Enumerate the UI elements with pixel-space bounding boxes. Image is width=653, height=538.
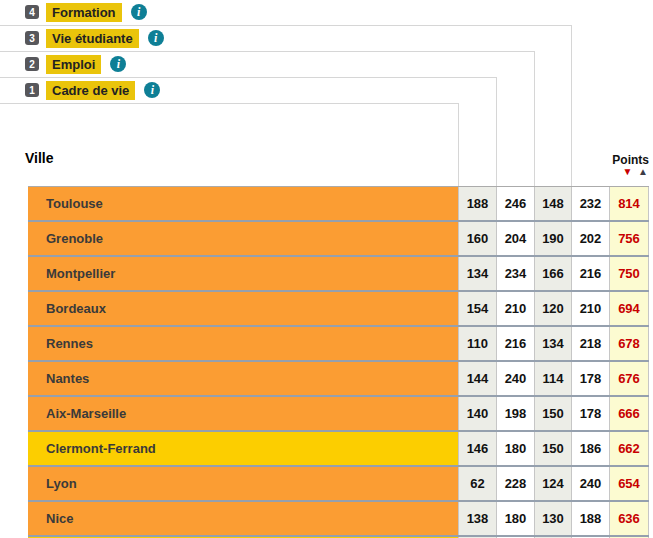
points-cell: 694 [609, 292, 649, 325]
vie-etudiante-cell: 190 [534, 222, 571, 255]
emploi-cell: 234 [496, 257, 534, 290]
category-label: Cadre de vie [46, 81, 135, 100]
sort-controls: ▼ ▲ [622, 167, 648, 177]
table-row: Nantes 144 240 114 178 676 [28, 362, 649, 397]
vie-etudiante-cell: 120 [534, 292, 571, 325]
cadre-de-vie-cell: 62 [458, 467, 496, 500]
formation-cell: 202 [571, 222, 609, 255]
city-cell: Nice [28, 502, 458, 535]
points-cell: 662 [609, 432, 649, 465]
points-cell: 654 [609, 467, 649, 500]
cadre-de-vie-cell: 110 [458, 327, 496, 360]
cadre-de-vie-cell: 140 [458, 397, 496, 430]
table-row: Nice 138 180 130 188 636 [28, 502, 649, 537]
emploi-cell: 240 [496, 362, 534, 395]
category-emploi: 2 Emploi i [25, 55, 126, 73]
category-formation: 4 Formation i [25, 3, 147, 21]
emploi-cell: 198 [496, 397, 534, 430]
formation-cell: 178 [571, 362, 609, 395]
vie-etudiante-cell: 166 [534, 257, 571, 290]
cadre-de-vie-cell: 138 [458, 502, 496, 535]
table-row: Montpellier 134 234 166 216 750 [28, 257, 649, 292]
points-cell: 666 [609, 397, 649, 430]
city-cell: Clermont-Ferrand [28, 432, 458, 465]
rank-badge: 1 [25, 83, 39, 97]
table-row-highlighted: Clermont-Ferrand 146 180 150 186 662 [28, 432, 649, 467]
cadre-de-vie-cell: 160 [458, 222, 496, 255]
connector-drop-cadre-de-vie [458, 103, 459, 186]
vie-etudiante-cell: 150 [534, 432, 571, 465]
connector-line-formation [0, 25, 572, 26]
category-vie-etudiante: 3 Vie étudiante i [25, 29, 164, 47]
formation-cell: 188 [571, 502, 609, 535]
connector-drop-emploi [496, 77, 497, 186]
connector-line-cadre-de-vie [0, 103, 459, 104]
vie-etudiante-cell: 114 [534, 362, 571, 395]
cadre-de-vie-cell: 154 [458, 292, 496, 325]
vie-etudiante-cell: 134 [534, 327, 571, 360]
vie-etudiante-cell: 124 [534, 467, 571, 500]
emploi-cell: 210 [496, 292, 534, 325]
emploi-cell: 216 [496, 327, 534, 360]
rank-badge: 2 [25, 57, 39, 71]
category-label: Formation [46, 3, 122, 22]
city-cell: Montpellier [28, 257, 458, 290]
formation-cell: 186 [571, 432, 609, 465]
connector-drop-formation [571, 25, 572, 186]
emploi-cell: 204 [496, 222, 534, 255]
points-cell: 750 [609, 257, 649, 290]
city-cell: Nantes [28, 362, 458, 395]
city-cell: Grenoble [28, 222, 458, 255]
table-row: Lyon 62 228 124 240 654 [28, 467, 649, 502]
city-column-header: Ville [25, 150, 54, 166]
connector-drop-vie-etudiante [534, 51, 535, 186]
city-cell: Toulouse [28, 187, 458, 220]
cadre-de-vie-cell: 146 [458, 432, 496, 465]
info-icon[interactable]: i [144, 82, 160, 98]
sort-asc-icon[interactable]: ▲ [638, 166, 648, 177]
connector-line-vie-etudiante [0, 51, 535, 52]
emploi-cell: 180 [496, 432, 534, 465]
sort-desc-icon[interactable]: ▼ [622, 166, 632, 177]
info-icon[interactable]: i [148, 30, 164, 46]
category-label: Vie étudiante [46, 29, 139, 48]
city-ranking-widget: 4 Formation i 3 Vie étudiante i 2 Emploi… [0, 0, 653, 538]
vie-etudiante-cell: 150 [534, 397, 571, 430]
emploi-cell: 228 [496, 467, 534, 500]
category-cadre-de-vie: 1 Cadre de vie i [25, 81, 160, 99]
category-label: Emploi [46, 55, 101, 74]
points-cell: 756 [609, 222, 649, 255]
city-cell: Aix-Marseille [28, 397, 458, 430]
info-icon[interactable]: i [131, 4, 147, 20]
connector-line-emploi [0, 77, 497, 78]
cadre-de-vie-cell: 134 [458, 257, 496, 290]
formation-cell: 218 [571, 327, 609, 360]
emploi-cell: 180 [496, 502, 534, 535]
points-cell: 676 [609, 362, 649, 395]
points-column-header: Points [612, 153, 649, 167]
vie-etudiante-cell: 130 [534, 502, 571, 535]
points-cell: 814 [609, 187, 649, 220]
info-icon[interactable]: i [110, 56, 126, 72]
vie-etudiante-cell: 148 [534, 187, 571, 220]
emploi-cell: 246 [496, 187, 534, 220]
table-row: Aix-Marseille 140 198 150 178 666 [28, 397, 649, 432]
table-row: Grenoble 160 204 190 202 756 [28, 222, 649, 257]
table-row: Rennes 110 216 134 218 678 [28, 327, 649, 362]
rank-badge: 3 [25, 31, 39, 45]
city-cell: Rennes [28, 327, 458, 360]
ranking-table: Toulouse 188 246 148 232 814 Grenoble 16… [28, 186, 649, 538]
city-cell: Bordeaux [28, 292, 458, 325]
formation-cell: 210 [571, 292, 609, 325]
table-row: Bordeaux 154 210 120 210 694 [28, 292, 649, 327]
points-cell: 636 [609, 502, 649, 535]
formation-cell: 232 [571, 187, 609, 220]
formation-cell: 216 [571, 257, 609, 290]
city-cell: Lyon [28, 467, 458, 500]
points-cell: 678 [609, 327, 649, 360]
formation-cell: 178 [571, 397, 609, 430]
formation-cell: 240 [571, 467, 609, 500]
cadre-de-vie-cell: 144 [458, 362, 496, 395]
table-row: Toulouse 188 246 148 232 814 [28, 187, 649, 222]
cadre-de-vie-cell: 188 [458, 187, 496, 220]
